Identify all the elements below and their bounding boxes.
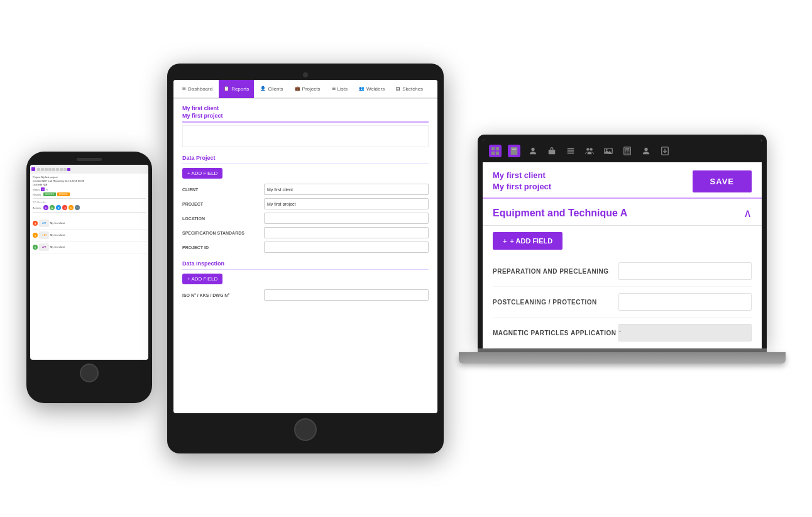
svg-rect-2 — [491, 152, 495, 155]
field-input-location[interactable] — [264, 213, 429, 224]
phone-action-4[interactable]: ✕ — [62, 205, 67, 210]
phone-icon-1[interactable] — [37, 168, 40, 171]
phone-project-value: My first project — [41, 175, 58, 179]
form-input-magnetic: - — [618, 324, 752, 342]
svg-rect-7 — [549, 150, 556, 154]
tablet-camera — [303, 72, 308, 77]
phone-action-5[interactable]: ★ — [69, 205, 74, 210]
field-label-projid: PROJECT ID — [182, 245, 264, 250]
phone-icon-3[interactable] — [45, 168, 48, 171]
phone-icon-6[interactable] — [56, 168, 59, 171]
toolbar-icon-briefcase[interactable] — [546, 145, 558, 157]
field-input-projid[interactable] — [264, 242, 429, 253]
list-item[interactable]: 6 ◆ PT My first client — [31, 242, 147, 253]
item-num-4: 4 — [33, 221, 38, 226]
svg-rect-10 — [568, 153, 574, 154]
phone-icon-5[interactable] — [52, 168, 55, 171]
field-input-client[interactable] — [264, 184, 429, 195]
phone-divider-1 — [33, 198, 146, 199]
phone-actions-row: Actions ⚙ ▶ ⬆ ✕ ★ ⋯ — [33, 205, 146, 210]
phone-icon-7[interactable] — [60, 168, 63, 171]
tab-sketches[interactable]: 🖼 Sketches — [391, 80, 428, 98]
phone-status-row: Status ● ✎ — [33, 187, 146, 191]
laptop-collapse-button[interactable]: ∧ — [743, 206, 752, 220]
field-input-project[interactable] — [264, 198, 429, 209]
toolbar-icon-person[interactable] — [527, 145, 539, 157]
tablet-add-field-btn[interactable]: + ADD FIELD — [182, 168, 222, 179]
tab-projects[interactable]: 💼 Projects — [290, 80, 326, 98]
tab-lists[interactable]: ☰ Lists — [327, 80, 353, 98]
laptop-base — [459, 352, 786, 364]
phone-toolbar-icons — [37, 168, 70, 171]
toolbar-icon-download[interactable] — [659, 145, 671, 157]
form-input-postcleaning[interactable] — [618, 293, 752, 311]
phone-edit-icon[interactable]: ✎ — [46, 188, 48, 191]
phone-icon-4[interactable] — [48, 168, 52, 171]
phone-action-1[interactable]: ⚙ — [43, 205, 48, 210]
tab-reports[interactable]: 📋 Reports — [219, 80, 254, 98]
laptop-add-field-label: + ADD FIELD — [510, 237, 552, 245]
phone-status-label: Status — [33, 188, 40, 191]
tablet-data-project: Data Project + ADD FIELD CLIENT PROJECT … — [182, 155, 429, 253]
svg-rect-16 — [625, 148, 630, 150]
list-item[interactable]: 5 ☺ MT My first client — [31, 230, 147, 242]
phone-action-2[interactable]: ▶ — [50, 205, 55, 210]
tablet-home-button[interactable] — [294, 418, 317, 441]
svg-point-11 — [586, 148, 589, 150]
toolbar-icon-report[interactable] — [508, 145, 520, 157]
toolbar-icon-grid[interactable] — [489, 145, 502, 157]
phone-lastedit-row: Last edit N/A — [33, 183, 146, 186]
toolbar-icon-image[interactable] — [602, 145, 615, 157]
field-row-location: LOCATION — [182, 213, 429, 224]
tablet-project-title: My first project — [182, 113, 429, 119]
tab-clients-label: Clients — [268, 86, 283, 92]
phone-detail: Project My first project Created NDT Lab… — [30, 174, 148, 216]
toolbar-icon-person2[interactable] — [640, 145, 652, 157]
phone-pending-badge: PENDING — [57, 192, 70, 196]
svg-rect-22 — [628, 153, 630, 154]
field-input-iso[interactable] — [264, 289, 429, 301]
tablet-placeholder — [182, 125, 429, 147]
form-label-magnetic: MAGNETIC PARTICLES APPLICATION — [493, 329, 618, 337]
phone-created-row: Created NDT Lab Reporting 03.10.2018 08:… — [33, 179, 146, 182]
svg-rect-21 — [627, 153, 628, 154]
field-row-project: PROJECT — [182, 198, 429, 209]
form-label-preparation: PREPARATION AND PRECLEANING — [493, 267, 618, 275]
phone-action-6[interactable]: ⋯ — [75, 205, 80, 210]
plus-icon: + — [503, 237, 507, 245]
phone-icon-2[interactable] — [41, 168, 44, 171]
field-row-projid: PROJECT ID — [182, 242, 429, 253]
field-label-location: LOCATION — [182, 216, 264, 221]
field-label-project: PROJECT — [182, 202, 264, 206]
tablet-add-field-label: + ADD FIELD — [187, 170, 217, 176]
tab-welders[interactable]: 👥 Welders — [354, 80, 390, 98]
laptop-screen: My first client My first project SAVE Eq… — [483, 140, 762, 348]
phone-screen: Project My first project Created NDT Lab… — [30, 165, 148, 360]
field-label-client: CLIENT — [182, 187, 264, 192]
form-row-preparation: PREPARATION AND PRECLEANING — [493, 256, 752, 287]
phone-results-row: Results RESULTS PENDING — [33, 192, 146, 196]
phone-project-row: Project My first project — [33, 175, 146, 179]
item-icon-mt: ☺ MT — [39, 231, 49, 239]
tablet-screen: ⊞ Dashboard 📋 Reports 👤 Clients 💼 Projec… — [173, 80, 437, 413]
laptop-save-button[interactable]: SAVE — [693, 170, 752, 192]
form-input-preparation[interactable] — [618, 262, 752, 280]
toolbar-icon-lines[interactable] — [564, 145, 577, 157]
toolbar-icon-calc[interactable] — [621, 145, 634, 157]
tab-dashboard[interactable]: ⊞ Dashboard — [177, 80, 217, 98]
form-row-magnetic: MAGNETIC PARTICLES APPLICATION - — [493, 318, 752, 348]
tablet-add-inspection-btn[interactable]: + ADD FIELD — [182, 274, 222, 284]
laptop-add-field-button[interactable]: + + ADD FIELD — [493, 232, 562, 250]
phone-home-button[interactable] — [80, 364, 99, 382]
tab-clients[interactable]: 👤 Clients — [255, 80, 288, 98]
phone-icon-9[interactable] — [67, 168, 70, 171]
phone-device: Project My first project Created NDT Lab… — [26, 152, 152, 403]
phone-action-3[interactable]: ⬆ — [56, 205, 61, 210]
phone-list: 4 ● RT My first client 5 ☺ MT My first c… — [30, 216, 148, 255]
phone-icon-8[interactable] — [63, 168, 67, 171]
list-item[interactable]: 4 ● RT My first client — [31, 218, 147, 230]
field-input-spec[interactable] — [264, 227, 429, 238]
laptop-form-area: PREPARATION AND PRECLEANING POSTCLEANING… — [483, 256, 762, 348]
tablet-client-title: My first client — [182, 105, 429, 111]
toolbar-icon-people[interactable] — [583, 145, 596, 157]
